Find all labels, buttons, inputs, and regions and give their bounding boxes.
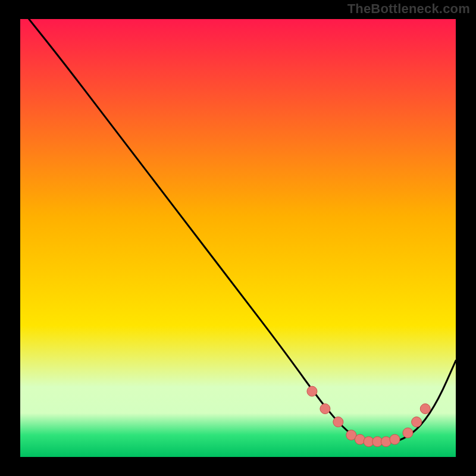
chart-frame: TheBottleneck.com (0, 0, 476, 476)
marker-point (307, 386, 317, 396)
chart-svg (20, 19, 456, 457)
marker-point (412, 417, 422, 427)
marker-point (390, 434, 400, 444)
marker-point (333, 417, 343, 427)
marker-point (403, 428, 413, 438)
marker-point (320, 404, 330, 414)
gradient-background (20, 19, 456, 457)
watermark-text: TheBottleneck.com (347, 1, 470, 17)
plot-area (20, 19, 456, 457)
marker-point (420, 404, 430, 414)
